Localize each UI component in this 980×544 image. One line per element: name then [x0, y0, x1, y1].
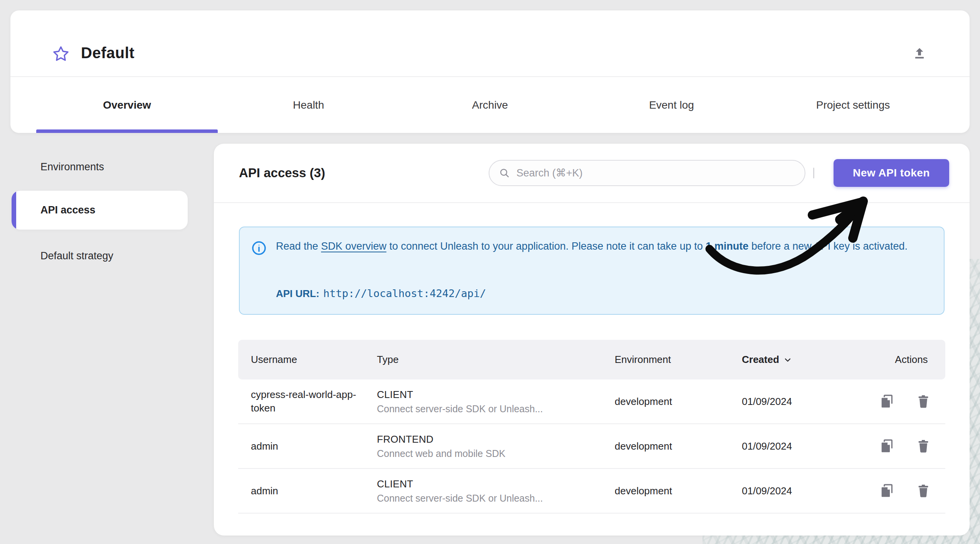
search-box[interactable] — [489, 160, 805, 186]
sidebar-item-label: API access — [40, 204, 96, 216]
table-row: admin CLIENT Connect server-side SDK or … — [238, 469, 945, 514]
alert-text-segment: before a new API key is activated. — [748, 240, 908, 252]
token-type: CLIENT — [377, 478, 615, 490]
trash-icon — [916, 438, 931, 454]
alert-message: Read the SDK overview to connect Unleash… — [276, 238, 923, 255]
delete-token-button[interactable] — [916, 438, 931, 454]
trash-icon — [916, 483, 931, 499]
tab-project-settings[interactable]: Project settings — [762, 77, 944, 133]
section-divider — [214, 202, 970, 203]
copy-icon — [879, 394, 894, 409]
tab-health[interactable]: Health — [218, 77, 399, 133]
token-type-description: Connect server-side SDK or Unleash... — [377, 493, 615, 504]
tab-archive[interactable]: Archive — [399, 77, 581, 133]
api-access-panel: API access (3) New API token Read the SD… — [214, 144, 970, 536]
tab-overview[interactable]: Overview — [36, 77, 218, 133]
token-environment: development — [615, 396, 742, 408]
project-window: Default OverviewHealthArchiveEvent logPr… — [10, 10, 970, 133]
info-icon — [251, 240, 267, 256]
column-header-type: Type — [377, 354, 615, 366]
favorite-star-icon[interactable] — [52, 45, 70, 63]
search-input[interactable] — [516, 167, 763, 179]
alert-text-segment: 1 minute — [706, 240, 748, 252]
trash-icon — [916, 394, 931, 409]
delete-token-button[interactable] — [916, 394, 931, 409]
sidebar-item-default-strategy[interactable]: Default strategy — [40, 250, 113, 262]
api-url-value: http://localhost:4242/api/ — [323, 287, 486, 299]
table-body: cypress-real-world-app-token CLIENT Conn… — [238, 379, 945, 514]
api-url-row: API URL:http://localhost:4242/api/ — [276, 287, 486, 300]
new-api-token-button[interactable]: New API token — [834, 159, 949, 187]
api-tokens-table: Username Type Environment Created Action… — [238, 340, 945, 514]
column-header-created-sort[interactable]: Created — [742, 354, 877, 366]
project-header: Default — [10, 10, 970, 77]
project-title: Default — [81, 44, 134, 62]
chevron-down-icon — [783, 355, 792, 364]
sdk-overview-link[interactable]: SDK overview — [321, 240, 387, 252]
tab-event-log[interactable]: Event log — [581, 77, 762, 133]
sidebar-item-environments[interactable]: Environments — [40, 161, 104, 173]
token-type: FRONTEND — [377, 433, 615, 445]
table-row: admin FRONTEND Connect web and mobile SD… — [238, 424, 945, 469]
token-environment: development — [615, 485, 742, 497]
token-username: cypress-real-world-app-token — [251, 388, 366, 415]
table-header: Username Type Environment Created Action… — [238, 340, 945, 379]
search-icon — [499, 167, 510, 179]
copy-token-button[interactable] — [879, 438, 894, 454]
token-username: admin — [251, 484, 366, 498]
active-indicator-bar — [12, 191, 16, 230]
token-created-date: 01/09/2024 — [742, 440, 877, 452]
token-environment: development — [615, 440, 742, 452]
toolbar-divider — [813, 168, 814, 178]
copy-token-button[interactable] — [879, 483, 894, 499]
copy-token-button[interactable] — [879, 394, 894, 409]
column-header-environment: Environment — [615, 354, 742, 366]
table-row: cypress-real-world-app-token CLIENT Conn… — [238, 379, 945, 424]
sidebar-item-api-access[interactable]: API access — [12, 191, 188, 230]
token-type-description: Connect web and mobile SDK — [377, 448, 615, 459]
token-created-date: 01/09/2024 — [742, 396, 877, 408]
api-url-label: API URL: — [276, 288, 319, 299]
upload-icon[interactable] — [912, 46, 927, 62]
token-username: admin — [251, 440, 366, 453]
panel-title: API access (3) — [239, 166, 325, 180]
page: Default OverviewHealthArchiveEvent logPr… — [0, 0, 980, 544]
token-type-description: Connect server-side SDK or Unleash... — [377, 403, 615, 415]
token-created-date: 01/09/2024 — [742, 485, 877, 497]
alert-text-segment: to connect Unleash to your application. … — [387, 240, 706, 252]
column-header-actions: Actions — [877, 354, 945, 366]
info-alert: Read the SDK overview to connect Unleash… — [239, 227, 945, 315]
column-header-username: Username — [238, 354, 377, 366]
token-type: CLIENT — [377, 389, 615, 401]
alert-text-segment: Read the — [276, 240, 321, 252]
copy-icon — [879, 483, 894, 499]
delete-token-button[interactable] — [916, 483, 931, 499]
tab-bar: OverviewHealthArchiveEvent logProject se… — [36, 77, 944, 133]
copy-icon — [879, 438, 894, 454]
